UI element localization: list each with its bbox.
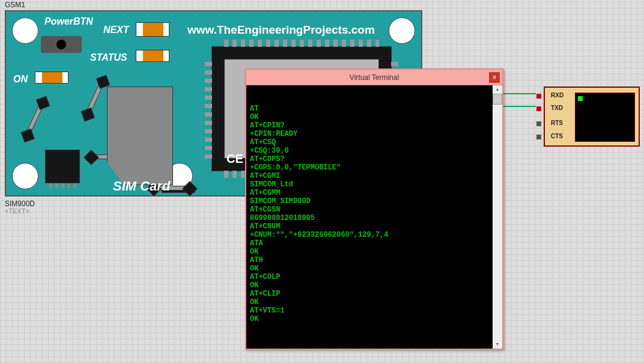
virtual-terminal-window[interactable]: Virtual Terminal × AT OK AT+CPIN? +CPIN:…: [245, 69, 503, 350]
scroll-up-icon[interactable]: ▴: [493, 85, 502, 94]
component-ref: GSM1: [5, 1, 25, 9]
label-url: www.TheEngineeringProjects.com: [187, 23, 375, 37]
label-sim: SIM Card: [113, 178, 170, 194]
close-button[interactable]: ×: [489, 72, 500, 83]
terminal-body[interactable]: AT OK AT+CPIN? +CPIN:READY AT+CSQ +CSQ:3…: [246, 85, 502, 349]
resistor: [23, 99, 46, 140]
next-led: [136, 22, 169, 37]
mounting-pad: [12, 17, 38, 44]
sim-card-icon: [107, 87, 173, 185]
label-ce: CE: [226, 152, 243, 166]
mounting-pad: [12, 163, 38, 189]
terminal-output: AT OK AT+CPIN? +CPIN:READY AT+CSQ +CSQ:3…: [250, 105, 499, 323]
pin-label-rts: RTS: [551, 120, 563, 126]
pin-rxd[interactable]: [536, 94, 541, 99]
vt-mini-screen: [575, 93, 635, 142]
mounting-pad: [389, 17, 415, 44]
pin-label-txd: TXD: [551, 105, 563, 111]
scroll-down-icon[interactable]: ▾: [493, 340, 502, 349]
label-next: NEXT: [103, 25, 129, 35]
component-text: <TEXT>: [5, 207, 29, 215]
power-button[interactable]: [41, 36, 82, 53]
label-powerbtn: PowerBTN: [44, 16, 93, 27]
resistor: [84, 78, 106, 119]
terminal-scrollbar[interactable]: ▴ ▾: [493, 85, 502, 349]
pin-cts[interactable]: [536, 135, 541, 139]
pin-label-rxd: RXD: [551, 92, 564, 99]
terminal-title: Virtual Terminal: [350, 73, 399, 82]
on-led: [35, 72, 68, 84]
ic-chip: [45, 150, 80, 183]
pin-label-cts: CTS: [551, 133, 563, 139]
pin-rts[interactable]: [536, 121, 541, 126]
label-status: STATUS: [90, 52, 127, 63]
pin-txd[interactable]: [536, 106, 541, 111]
component-part: SIM900D: [5, 200, 35, 208]
virtual-terminal-component[interactable]: RXD TXD RTS CTS: [544, 87, 640, 147]
terminal-titlebar[interactable]: Virtual Terminal ×: [246, 70, 502, 85]
label-on: ON: [13, 74, 28, 85]
scroll-thumb[interactable]: [493, 94, 502, 105]
status-led: [136, 50, 169, 62]
